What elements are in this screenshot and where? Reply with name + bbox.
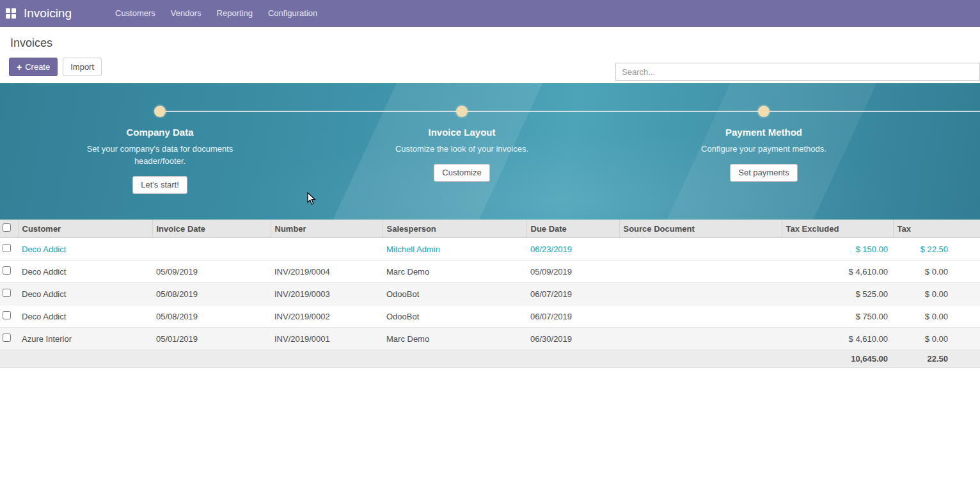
set-payments-button[interactable]: Set payments: [730, 164, 798, 182]
column-header-number[interactable]: Number: [271, 220, 383, 238]
cell-customer: Azure Interior: [18, 328, 152, 350]
control-panel: Invoices + Create Import Filters ▾ ≡ Gro…: [0, 27, 980, 83]
row-checkbox[interactable]: [3, 244, 11, 252]
cell-invoice-date: 05/08/2019: [152, 305, 271, 328]
cell-source-document: [619, 328, 782, 350]
onboarding-steps: Company Data Set your company's data for…: [0, 83, 980, 194]
cell-source-document: [619, 283, 782, 305]
column-header-due-date[interactable]: Due Date: [526, 220, 619, 238]
menu-item-reporting[interactable]: Reporting: [209, 0, 260, 27]
cell-due-date: 06/07/2019: [526, 305, 619, 328]
cell-number: INV/2019/0002: [271, 305, 383, 328]
step-dot-icon: [758, 106, 770, 117]
create-button[interactable]: + Create: [9, 58, 58, 76]
cell-due-date: 06/30/2019: [526, 328, 619, 350]
cell-invoice-date: [152, 238, 271, 261]
column-header-tax-excluded[interactable]: Tax Excluded: [782, 220, 893, 238]
action-buttons: + Create Import: [9, 58, 102, 76]
select-all-cell: [0, 220, 18, 238]
step-description: Set your company's data for documents he…: [85, 143, 235, 168]
cell-source-document: [619, 261, 782, 283]
table-header-row: Customer Invoice Date Number Salesperson…: [0, 220, 980, 238]
cell-customer: Deco Addict: [18, 305, 152, 328]
cell-tax: $ 22.50: [893, 238, 980, 261]
onboarding-step-company-data: Company Data Set your company's data for…: [9, 83, 311, 194]
row-checkbox[interactable]: [3, 311, 11, 319]
create-button-label: Create: [25, 62, 50, 72]
column-header-customer[interactable]: Customer: [18, 220, 152, 238]
cell-due-date: 06/23/2019: [526, 238, 619, 261]
total-tax: 22.50: [893, 350, 980, 368]
step-description: Customize the look of your invoices.: [395, 143, 528, 156]
cell-customer: Deco Addict: [18, 238, 152, 261]
onboarding-step-payment-method: Payment Method Configure your payment me…: [613, 83, 915, 194]
cell-source-document: [619, 238, 782, 261]
app-brand[interactable]: Invoicing: [24, 6, 72, 20]
page-title: Invoices: [10, 36, 52, 50]
cell-customer: Deco Addict: [18, 261, 152, 283]
row-select-cell: [0, 305, 18, 328]
cell-due-date: 06/07/2019: [526, 283, 619, 305]
cell-tax: $ 0.00: [893, 305, 980, 328]
main-menu: Customers Vendors Reporting Configuratio…: [107, 0, 325, 27]
import-button-label: Import: [70, 62, 94, 72]
step-dot-icon: [154, 106, 166, 117]
cell-salesperson: Marc Demo: [383, 328, 526, 350]
cell-tax: $ 0.00: [893, 328, 980, 350]
plus-icon: +: [17, 63, 22, 72]
table-row[interactable]: Azure Interior 05/01/2019 INV/2019/0001 …: [0, 328, 980, 350]
table-row[interactable]: Deco Addict 05/08/2019 INV/2019/0003 Odo…: [0, 283, 980, 305]
total-tax-excluded: 10,645.00: [782, 350, 893, 368]
table-footer-row: 10,645.00 22.50: [0, 350, 980, 368]
step-title: Company Data: [126, 127, 193, 138]
column-header-invoice-date[interactable]: Invoice Date: [152, 220, 271, 238]
cell-tax-excluded: $ 4,610.00: [782, 328, 893, 350]
cell-salesperson: Marc Demo: [383, 261, 526, 283]
top-navbar: Invoicing Customers Vendors Reporting Co…: [0, 0, 980, 27]
row-checkbox[interactable]: [3, 333, 11, 342]
step-description: Configure your payment methods.: [701, 143, 826, 156]
cell-customer: Deco Addict: [18, 283, 152, 305]
step-title: Invoice Layout: [428, 127, 495, 138]
cell-tax: $ 0.00: [893, 261, 980, 283]
column-header-tax[interactable]: Tax: [893, 220, 980, 238]
table-row[interactable]: Deco Addict 05/08/2019 INV/2019/0002 Odo…: [0, 305, 980, 328]
lets-start-button[interactable]: Let's start!: [132, 176, 187, 194]
row-checkbox[interactable]: [3, 266, 11, 275]
row-select-cell: [0, 328, 18, 350]
onboarding-banner: Company Data Set your company's data for…: [0, 83, 980, 220]
cell-salesperson: OdooBot: [383, 283, 526, 305]
cell-number: INV/2019/0004: [271, 261, 383, 283]
table-row[interactable]: Deco Addict Mitchell Admin 06/23/2019 $ …: [0, 238, 980, 261]
row-checkbox[interactable]: [3, 289, 11, 297]
cell-tax-excluded: $ 750.00: [782, 305, 893, 328]
cell-number: INV/2019/0001: [271, 328, 383, 350]
onboarding-step-invoice-layout: Invoice Layout Customize the look of you…: [311, 83, 613, 194]
cell-source-document: [619, 305, 782, 328]
table-row[interactable]: Deco Addict 05/09/2019 INV/2019/0004 Mar…: [0, 261, 980, 283]
import-button[interactable]: Import: [63, 58, 102, 76]
select-all-checkbox[interactable]: [3, 223, 11, 232]
menu-item-customers[interactable]: Customers: [107, 0, 163, 27]
cell-number: INV/2019/0003: [271, 283, 383, 305]
cell-tax-excluded: $ 150.00: [782, 238, 893, 261]
menu-item-vendors[interactable]: Vendors: [163, 0, 209, 27]
cell-tax-excluded: $ 4,610.00: [782, 261, 893, 283]
cell-invoice-date: 05/09/2019: [152, 261, 271, 283]
row-select-cell: [0, 283, 18, 305]
cell-tax-excluded: $ 525.00: [782, 283, 893, 305]
apps-menu-icon[interactable]: [6, 8, 16, 19]
column-header-source-document[interactable]: Source Document: [619, 220, 782, 238]
cell-salesperson: Mitchell Admin: [383, 238, 526, 261]
cell-invoice-date: 05/08/2019: [152, 283, 271, 305]
step-dot-icon: [456, 106, 468, 117]
cell-salesperson: OdooBot: [383, 305, 526, 328]
row-select-cell: [0, 238, 18, 261]
menu-item-configuration[interactable]: Configuration: [260, 0, 325, 27]
cell-invoice-date: 05/01/2019: [152, 328, 271, 350]
row-select-cell: [0, 261, 18, 283]
cell-due-date: 05/09/2019: [526, 261, 619, 283]
column-header-salesperson[interactable]: Salesperson: [383, 220, 526, 238]
search-input[interactable]: [615, 63, 980, 81]
customize-button[interactable]: Customize: [434, 164, 489, 182]
